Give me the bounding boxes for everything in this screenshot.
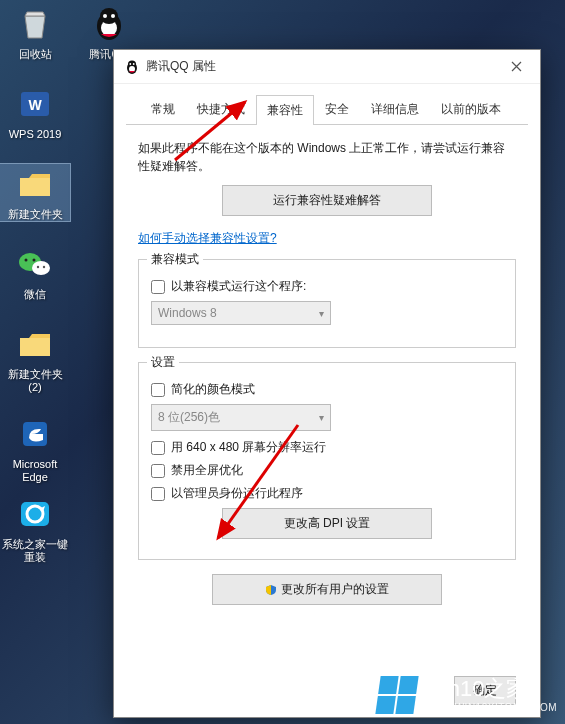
dialog-title: 腾讯QQ 属性 — [146, 58, 216, 75]
wps-icon: W — [15, 84, 55, 124]
shield-icon — [265, 584, 277, 596]
lowres-checkbox[interactable] — [151, 441, 165, 455]
reduced-color-checkbox[interactable] — [151, 383, 165, 397]
compat-mode-group: 兼容模式 以兼容模式运行这个程序: Windows 8 ▾ — [138, 259, 516, 348]
icon-label: 回收站 — [0, 48, 70, 61]
group-title: 兼容模式 — [147, 251, 203, 268]
watermark-url: WWW.WIN10XITONG.COM — [422, 702, 557, 713]
desktop-icon-recycle-bin[interactable]: 回收站 — [0, 4, 70, 61]
tab-security[interactable]: 安全 — [314, 94, 360, 124]
properties-dialog: 腾讯QQ 属性 常规 快捷方式 兼容性 安全 详细信息 以前的版本 如果此程序不… — [113, 49, 541, 718]
icon-label: Microsoft Edge — [0, 458, 70, 484]
close-icon — [511, 61, 522, 72]
chevron-down-icon: ▾ — [319, 412, 324, 423]
intro-text: 如果此程序不能在这个版本的 Windows 上正常工作，请尝试运行兼容性疑难解答… — [138, 139, 516, 175]
icon-label: WPS 2019 — [0, 128, 70, 141]
change-dpi-button[interactable]: 更改高 DPI 设置 — [222, 508, 432, 539]
icon-label: 微信 — [0, 288, 70, 301]
compat-mode-select[interactable]: Windows 8 ▾ — [151, 301, 331, 325]
checkbox-label: 简化的颜色模式 — [171, 381, 255, 398]
checkbox-label: 以兼容模式运行这个程序: — [171, 278, 306, 295]
watermark: Win10之家 WWW.WIN10XITONG.COM — [378, 676, 557, 714]
select-value: Windows 8 — [158, 306, 217, 320]
svg-point-19 — [133, 63, 135, 65]
svg-text:W: W — [28, 97, 42, 113]
wechat-icon — [15, 244, 55, 284]
disable-fullscreen-checkbox[interactable] — [151, 464, 165, 478]
compat-mode-checkbox-row[interactable]: 以兼容模式运行这个程序: — [151, 278, 503, 295]
qq-icon — [89, 4, 129, 44]
svg-point-11 — [37, 266, 39, 268]
disable-fullscreen-checkbox-row[interactable]: 禁用全屏优化 — [151, 462, 503, 479]
tab-previous-versions[interactable]: 以前的版本 — [430, 94, 512, 124]
desktop-icon-wechat[interactable]: 微信 — [0, 244, 70, 301]
checkbox-label: 用 640 x 480 屏幕分辨率运行 — [171, 439, 326, 456]
svg-point-4 — [111, 14, 115, 18]
button-label: 更改所有用户的设置 — [281, 582, 389, 596]
run-admin-checkbox[interactable] — [151, 487, 165, 501]
desktop-icon-wps[interactable]: W WPS 2019 — [0, 84, 70, 141]
icon-label: 系统之家一键重装 — [0, 538, 70, 564]
reinstall-icon — [15, 494, 55, 534]
desktop-icon-new-folder[interactable]: 新建文件夹 — [0, 164, 70, 221]
svg-point-18 — [129, 63, 131, 65]
run-admin-checkbox-row[interactable]: 以管理员身份运行此程序 — [151, 485, 503, 502]
settings-group: 设置 简化的颜色模式 8 位(256)色 ▾ 用 640 x 480 屏幕分辨率… — [138, 362, 516, 560]
close-button[interactable] — [496, 53, 536, 81]
change-all-users-button[interactable]: 更改所有用户的设置 — [212, 574, 442, 605]
help-link[interactable]: 如何手动选择兼容性设置? — [138, 230, 277, 247]
desktop-icon-new-folder-2[interactable]: 新建文件夹 (2) — [0, 324, 70, 394]
watermark-title: Win10之家 — [422, 677, 557, 701]
svg-point-12 — [43, 266, 45, 268]
svg-point-8 — [32, 261, 50, 275]
troubleshoot-button[interactable]: 运行兼容性疑难解答 — [222, 185, 432, 216]
svg-point-10 — [33, 259, 36, 262]
tab-shortcut[interactable]: 快捷方式 — [186, 94, 256, 124]
titlebar[interactable]: 腾讯QQ 属性 — [114, 50, 540, 84]
select-value: 8 位(256)色 — [158, 409, 220, 426]
tab-general[interactable]: 常规 — [140, 94, 186, 124]
desktop-icon-edge[interactable]: Microsoft Edge — [0, 414, 70, 484]
color-mode-select[interactable]: 8 位(256)色 ▾ — [151, 404, 331, 431]
edge-icon — [15, 414, 55, 454]
recycle-bin-icon — [15, 4, 55, 44]
lowres-checkbox-row[interactable]: 用 640 x 480 屏幕分辨率运行 — [151, 439, 503, 456]
checkbox-label: 禁用全屏优化 — [171, 462, 243, 479]
tab-content: 如果此程序不能在这个版本的 Windows 上正常工作，请尝试运行兼容性疑难解答… — [114, 125, 540, 621]
tab-compatibility[interactable]: 兼容性 — [256, 95, 314, 125]
desktop-icon-sys-reinstall[interactable]: 系统之家一键重装 — [0, 494, 70, 564]
checkbox-label: 以管理员身份运行此程序 — [171, 485, 303, 502]
windows-logo-icon — [375, 676, 418, 714]
folder-icon — [15, 164, 55, 204]
compat-mode-checkbox[interactable] — [151, 280, 165, 294]
tab-bar: 常规 快捷方式 兼容性 安全 详细信息 以前的版本 — [126, 84, 528, 125]
reduced-color-checkbox-row[interactable]: 简化的颜色模式 — [151, 381, 503, 398]
chevron-down-icon: ▾ — [319, 308, 324, 319]
icon-label: 新建文件夹 — [0, 208, 70, 221]
svg-point-2 — [100, 8, 118, 24]
qq-app-icon — [124, 59, 140, 75]
folder-icon — [15, 324, 55, 364]
icon-label: 新建文件夹 (2) — [0, 368, 70, 394]
group-title: 设置 — [147, 354, 179, 371]
svg-point-9 — [25, 259, 28, 262]
tab-details[interactable]: 详细信息 — [360, 94, 430, 124]
svg-point-3 — [103, 14, 107, 18]
